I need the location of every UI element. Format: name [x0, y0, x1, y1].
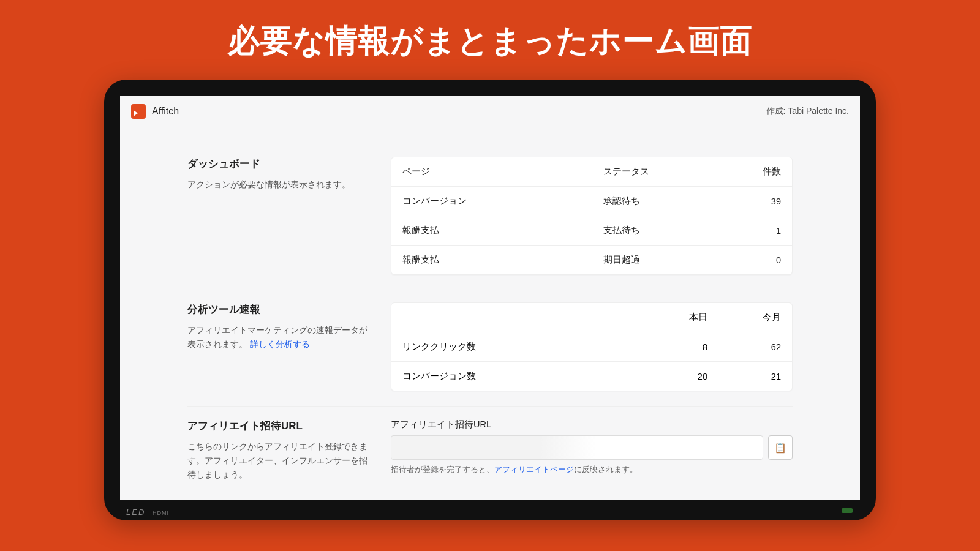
dashboard-desc: アクションが必要な情報が表示されます。: [187, 178, 371, 192]
dashboard-table: ページ ステータス 件数 コンバージョン 承認待ち 39 報酬支払 支払待ち 1: [391, 157, 793, 275]
tablet-port: HDMI: [153, 510, 169, 516]
tablet-frame: Affitch 作成: Tabi Palette Inc. ダッシュボード アク…: [104, 80, 876, 520]
topbar: Affitch 作成: Tabi Palette Inc.: [120, 96, 860, 127]
creator-label: 作成: Tabi Palette Inc.: [766, 106, 849, 117]
invite-url-input[interactable]: [391, 435, 763, 460]
clipboard-icon: 📋: [774, 442, 786, 454]
table-row[interactable]: 報酬支払 支払待ち 1: [391, 216, 792, 246]
header-page: ページ: [402, 166, 603, 178]
app-name: Affitch: [152, 106, 179, 117]
hero-headline: 必要な情報がまとまったホーム画面: [0, 0, 980, 80]
screen: Affitch 作成: Tabi Palette Inc. ダッシュボード アク…: [120, 96, 860, 500]
section-analytics: 分析ツール速報 アフィリエイトマーケティングの速報データが表示されます。 詳しく…: [187, 290, 793, 407]
cell-today: 20: [634, 372, 707, 381]
cell-page: 報酬支払: [402, 254, 603, 266]
cell-label: リンククリック数: [402, 341, 634, 353]
cell-month: 62: [707, 342, 781, 352]
header-count: 件数: [744, 166, 781, 178]
cell-status: 期日超過: [603, 254, 744, 266]
cell-today: 8: [634, 342, 707, 352]
analytics-title: 分析ツール速報: [187, 302, 371, 317]
tablet-brand: LED: [126, 508, 145, 517]
section-dashboard: ダッシュボード アクションが必要な情報が表示されます。 ページ ステータス 件数…: [187, 144, 793, 290]
header-month: 今月: [707, 312, 781, 323]
table-row[interactable]: 報酬支払 期日超過 0: [391, 246, 792, 274]
invite-hint-pre: 招待者が登録を完了すると、: [391, 465, 494, 474]
cell-count: 0: [744, 255, 781, 265]
app-logo-icon: [131, 104, 146, 119]
invite-field-label: アフィリエイト招待URL: [391, 419, 793, 430]
cell-month: 21: [707, 372, 781, 381]
cell-page: 報酬支払: [402, 225, 603, 236]
table-header: 本日 今月: [391, 303, 792, 332]
cell-status: 支払待ち: [603, 225, 744, 236]
tablet-branding: LED HDMI: [126, 508, 169, 517]
cell-count: 1: [744, 226, 781, 236]
dashboard-title: ダッシュボード: [187, 157, 371, 171]
power-led-icon: [842, 508, 853, 513]
header-today: 本日: [634, 312, 707, 323]
header-status: ステータス: [603, 166, 744, 178]
analytics-table: 本日 今月 リンククリック数 8 62 コンバージョン数 20 21: [391, 302, 793, 391]
cell-label: コンバージョン数: [402, 370, 634, 382]
analytics-desc: アフィリエイトマーケティングの速報データが表示されます。 詳しく分析する: [187, 324, 371, 352]
invite-hint: 招待者が登録を完了すると、アフィリエイトページに反映されます。: [391, 465, 793, 475]
cell-status: 承認待ち: [603, 195, 744, 207]
table-row[interactable]: リンククリック数 8 62: [391, 332, 792, 362]
affiliate-page-link[interactable]: アフィリエイトページ: [494, 465, 574, 474]
invite-desc: こちらのリンクからアフィリエイト登録できます。アフィリエイター、インフルエンサー…: [187, 440, 371, 482]
cell-count: 39: [744, 197, 781, 206]
table-header: ページ ステータス 件数: [391, 157, 792, 187]
copy-button[interactable]: 📋: [768, 435, 793, 460]
invite-title: アフィリエイト招待URL: [187, 419, 371, 433]
analytics-link[interactable]: 詳しく分析する: [250, 340, 310, 349]
cell-page: コンバージョン: [402, 195, 603, 207]
section-invite: アフィリエイト招待URL こちらのリンクからアフィリエイト登録できます。アフィリ…: [187, 407, 793, 497]
table-row[interactable]: コンバージョン 承認待ち 39: [391, 187, 792, 216]
invite-hint-post: に反映されます。: [574, 465, 638, 474]
table-row[interactable]: コンバージョン数 20 21: [391, 362, 792, 391]
